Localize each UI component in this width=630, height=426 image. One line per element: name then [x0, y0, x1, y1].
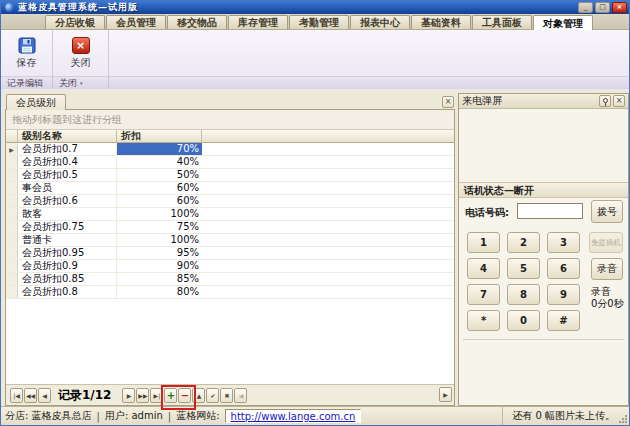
- grid-rows: ▶会员折扣0.770%会员折扣0.440%会员折扣0.550%事会员60%会员折…: [6, 143, 454, 299]
- keypad-key-7[interactable]: 7: [467, 284, 500, 305]
- cell-discount: 60%: [117, 195, 202, 207]
- pushpin-icon[interactable]: [599, 95, 611, 107]
- nav-scroll-right-button[interactable]: ▶: [439, 387, 452, 402]
- keypad-key-2[interactable]: 2: [507, 232, 540, 253]
- nav-delete-button[interactable]: −: [178, 388, 191, 403]
- groupby-hint-area[interactable]: 拖动列标题到这进行分组: [6, 110, 454, 129]
- row-indicator: [6, 156, 18, 168]
- cell-level-name: 会员折扣0.9: [18, 260, 117, 272]
- cell-discount: 70%: [117, 143, 202, 155]
- save-button[interactable]: 保存: [4, 31, 50, 75]
- panel-close-icon[interactable]: ×: [442, 96, 454, 108]
- cell-level-name: 普通卡: [18, 234, 117, 246]
- ribbon-groups: 保存 × 关闭: [1, 30, 629, 76]
- table-row[interactable]: 会员折扣0.660%: [6, 195, 454, 208]
- header-indicator-cell: [6, 129, 18, 143]
- window-controls: _ □ ×: [578, 2, 627, 13]
- cell-discount: 50%: [117, 169, 202, 181]
- nav-cancel-button[interactable]: ✖: [220, 388, 233, 403]
- close-button-label: 关闭: [71, 56, 91, 70]
- keypad-key-4[interactable]: 4: [467, 258, 500, 279]
- nav-next-page-button[interactable]: ▶▶: [136, 388, 149, 403]
- resize-grip[interactable]: [618, 414, 627, 423]
- nav-post-button[interactable]: ✔: [206, 388, 219, 403]
- close-window-button[interactable]: ×: [612, 2, 627, 13]
- handsfree-button[interactable]: 免提摘机: [589, 232, 623, 253]
- group-caption-record-edit-label: 记录编辑: [7, 77, 43, 89]
- cell-discount: 40%: [117, 156, 202, 168]
- keypad-key-5[interactable]: 5: [507, 258, 540, 279]
- recording-info-line2: 0分0秒: [591, 298, 624, 310]
- keypad-key-6[interactable]: 6: [547, 258, 580, 279]
- status-separator: |: [168, 411, 171, 422]
- tab-报表中心[interactable]: 报表中心: [350, 15, 410, 29]
- table-row[interactable]: 会员折扣0.7575%: [6, 221, 454, 234]
- nav-prev-page-button[interactable]: ◀◀: [24, 388, 37, 403]
- table-row[interactable]: 事会员60%: [6, 182, 454, 195]
- table-row[interactable]: 会员折扣0.550%: [6, 169, 454, 182]
- cell-discount: 85%: [117, 273, 202, 285]
- phone-number-input[interactable]: [517, 203, 583, 219]
- cell-discount: 90%: [117, 260, 202, 272]
- tab-strip: 分店收银会员管理移交物品库存管理考勤管理报表中心基础资料工具面板对象管理: [1, 14, 629, 30]
- keypad-key-1[interactable]: 1: [467, 232, 500, 253]
- nav-prev-button[interactable]: ◀: [38, 388, 51, 403]
- cell-level-name: 会员折扣0.95: [18, 247, 117, 259]
- row-indicator: [6, 286, 18, 298]
- keypad-key-*[interactable]: *: [467, 310, 500, 331]
- keypad-key-8[interactable]: 8: [507, 284, 540, 305]
- minimize-button[interactable]: _: [578, 2, 593, 13]
- tab-工具面板[interactable]: 工具面板: [472, 15, 532, 29]
- call-panel-close-icon[interactable]: ×: [613, 95, 625, 107]
- cell-level-name: 会员折扣0.7: [18, 143, 117, 155]
- table-row[interactable]: 会员折扣0.990%: [6, 260, 454, 273]
- table-row[interactable]: 普通卡100%: [6, 234, 454, 247]
- maximize-button[interactable]: □: [595, 2, 610, 13]
- nav-edit-button[interactable]: ▲: [192, 388, 205, 403]
- table-row[interactable]: 会员折扣0.440%: [6, 156, 454, 169]
- group-caption-close: 关闭 ▾: [53, 77, 109, 89]
- nav-scroll-left-button[interactable]: ◀: [234, 388, 247, 403]
- table-row[interactable]: 会员折扣0.8585%: [6, 273, 454, 286]
- phone-number-label: 电话号码:: [465, 206, 509, 220]
- keypad-key-9[interactable]: 9: [547, 284, 580, 305]
- incoming-call-panel: 来电弹屏 × 话机状态—断开 电话号码: 拨号 免提摘机 录音 录音 0分0秒 …: [458, 93, 629, 406]
- navigator-right-buttons: ▶▶▶▶|+−▲✔✖◀: [122, 388, 247, 403]
- keypad-key-#[interactable]: #: [547, 310, 580, 331]
- record-button[interactable]: 录音: [591, 258, 623, 280]
- ribbon-group-record-edit: 保存: [1, 30, 53, 76]
- table-row[interactable]: 散客100%: [6, 208, 454, 221]
- status-upload-info: 还有 0 幅图片未上传。: [502, 407, 629, 425]
- table-row[interactable]: ▶会员折扣0.770%: [6, 143, 454, 156]
- nav-append-button[interactable]: +: [164, 388, 177, 403]
- keypad-key-3[interactable]: 3: [547, 232, 580, 253]
- site-link[interactable]: http://www.lange.com.cn: [231, 411, 356, 422]
- group-caption-record-edit: 记录编辑: [1, 77, 53, 89]
- row-indicator: ▶: [6, 143, 18, 155]
- tab-分店收银[interactable]: 分店收银: [45, 15, 105, 29]
- panel-tab-member-level[interactable]: 会员级别: [6, 94, 66, 110]
- nav-first-button[interactable]: |◀: [10, 388, 23, 403]
- keypad-key-0[interactable]: 0: [507, 310, 540, 331]
- tab-基础资料[interactable]: 基础资料: [411, 15, 471, 29]
- member-level-panel: 会员级别 × 拖动列标题到这进行分组 级别名称 折扣 ▶会员折扣0.770%会员…: [3, 93, 457, 406]
- nav-last-button[interactable]: ▶|: [150, 388, 163, 403]
- site-link-box: http://www.lange.com.cn: [225, 409, 362, 423]
- group-menu-icon[interactable]: ▾: [80, 77, 83, 89]
- tab-移交物品[interactable]: 移交物品: [167, 15, 227, 29]
- tab-对象管理[interactable]: 对象管理: [533, 15, 593, 30]
- cell-discount: 80%: [117, 286, 202, 298]
- tab-考勤管理[interactable]: 考勤管理: [289, 15, 349, 29]
- app-window: 蓝格皮具管理系统—试用版 _ □ × 分店收银会员管理移交物品库存管理考勤管理报…: [0, 0, 630, 426]
- column-header-discount[interactable]: 折扣: [117, 129, 202, 143]
- column-header-level-name[interactable]: 级别名称: [18, 129, 117, 143]
- row-indicator: [6, 195, 18, 207]
- row-indicator: [6, 208, 18, 220]
- tab-库存管理[interactable]: 库存管理: [228, 15, 288, 29]
- nav-next-button[interactable]: ▶: [122, 388, 135, 403]
- close-form-button[interactable]: × 关闭: [58, 31, 104, 75]
- dial-button[interactable]: 拨号: [591, 200, 623, 223]
- table-row[interactable]: 会员折扣0.880%: [6, 286, 454, 299]
- tab-会员管理[interactable]: 会员管理: [106, 15, 166, 29]
- table-row[interactable]: 会员折扣0.9595%: [6, 247, 454, 260]
